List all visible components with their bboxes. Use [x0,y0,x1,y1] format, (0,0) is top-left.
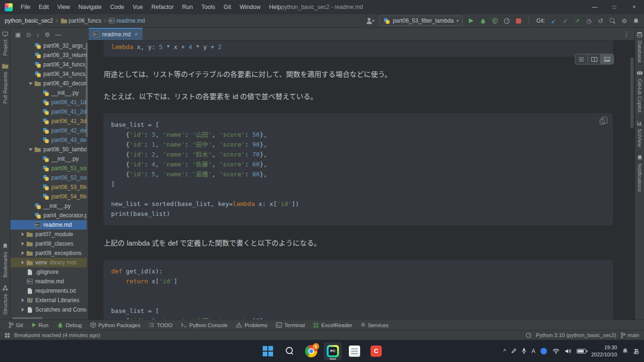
settings-button[interactable]: ⚙ [621,18,628,24]
tree-item-part07-module[interactable]: part07_module [10,230,87,239]
select-opened-file-button[interactable]: ⊙ [26,32,31,38]
menu-git[interactable]: Git [219,0,235,14]
tree-item-part06-40-decorator[interactable]: part06_40_decorator [10,79,87,88]
git-branch[interactable]: main [620,332,639,338]
expand-collapse-button[interactable]: ↕ [36,32,40,38]
maximize-button[interactable]: □ [604,0,624,14]
search-everywhere-button[interactable] [609,18,616,24]
tree-item-part06-52-sorted-no[interactable]: part06_52_sorted_no [10,173,87,182]
chrome-taskbar-icon[interactable]: 6 [302,342,320,360]
tree-item-init-py[interactable]: __init__.py [10,154,87,164]
menu-refactor[interactable]: Refactor [147,0,178,14]
tool-button-pull-requests[interactable]: Pull Requests [2,63,8,104]
chevron-collapsed-icon[interactable] [20,307,25,312]
python-interpreter[interactable]: Python 3.10 (python_basic_sec2) [536,332,616,338]
tree-item-part06-34-funcs-in[interactable]: part06_34_funcs_in_ [10,69,87,79]
chevron-collapsed-icon[interactable] [20,298,25,303]
menu-view[interactable]: View [53,0,74,14]
notepad-taskbar-icon[interactable] [346,342,363,360]
start-button[interactable] [259,342,277,360]
tree-item-init-py[interactable]: __init__.py [10,201,87,211]
menu-code[interactable]: Code [106,0,129,14]
tree-item-part06-34-funcs-in[interactable]: part06_34_funcs_in_ [10,60,87,69]
tree-item-part4-decorator-py[interactable]: part4_decorator.py [10,211,87,220]
tool-window-run[interactable]: Run [28,320,52,330]
tree-item-part09-exceptions[interactable]: part09_exceptions [10,248,87,258]
notification-bell-icon[interactable] [622,348,628,354]
tab-readme-md[interactable]: readme.md × [89,28,143,40]
tree-item-gitignore[interactable]: .gitignore [10,267,87,277]
stop-button[interactable] [515,18,522,24]
status-indicator-icon[interactable] [526,332,531,338]
menu-vue[interactable]: Vue [129,0,147,14]
menu-tools[interactable]: Tools [197,0,219,14]
hide-panel-button[interactable]: — [55,32,61,38]
tool-window-terminal[interactable]: Terminal [272,320,308,330]
tree-item-init-py[interactable]: __init__.py [10,88,87,98]
tool-button-sciview[interactable]: SciView [637,120,643,147]
run-button[interactable] [468,18,475,23]
taskbar-search-button[interactable] [281,342,298,360]
tool-button-project[interactable]: Project [2,32,8,56]
tool-button-github-copilot[interactable]: GitHub Copilot [636,70,643,113]
wifi-icon[interactable] [552,348,560,354]
history-button[interactable]: ◷ [586,18,592,24]
breadcrumb-readme-md[interactable]: readme.md [109,17,145,24]
chevron-collapsed-icon[interactable] [20,251,25,255]
tool-window-git[interactable]: Git [5,320,27,330]
editor-scrollbar[interactable] [630,58,634,128]
user-avatar-icon[interactable]: ▾ [366,18,375,24]
tree-item-part06-33-return-fu[interactable]: part06_33_return_fu [10,50,87,60]
tool-window-todo[interactable]: TODO [145,320,176,330]
tree-item-part06-51-sorted-la[interactable]: part06_51_sorted_la [10,164,87,173]
view-options-button[interactable]: ▣ [15,32,21,38]
tool-window-excelreader[interactable]: ExcelReader [309,320,356,330]
tool-button-notifications[interactable]: Notifications [637,155,643,192]
taskbar-clock[interactable]: 19:30 2022/10/10 [591,344,617,358]
copy-code-button[interactable] [600,119,604,124]
menu-window[interactable]: Window [235,0,265,14]
chevron-collapsed-icon[interactable] [20,260,25,265]
tool-button-bookmarks[interactable]: Bookmarks [2,243,8,278]
rollback-button[interactable]: ↺ [597,18,604,24]
ime-mode-ja[interactable]: あ [633,346,639,355]
show-editor-and-preview-button[interactable] [588,54,601,64]
tool-window-problems[interactable]: Problems [232,320,271,330]
tree-item-part06-41-1deco-de[interactable]: part06_41_1deco_de [10,98,87,107]
show-preview-only-button[interactable] [601,54,613,64]
tree-item-part06-42-deco-den[interactable]: part06_42_deco_den [10,126,87,135]
tree-item-readme-md[interactable]: readme.md [10,220,87,230]
tree-item-readme-md[interactable]: readme.md [10,277,87,286]
tree-item-part06-50-lambda[interactable]: part06_50_lambda [10,145,87,154]
tree-item-part08-classes[interactable]: part08_classes [10,239,87,248]
tree-item-scratches-and-consoles[interactable]: Scratches and Consoles [10,305,87,314]
show-editor-only-button[interactable] [575,54,588,64]
chevron-collapsed-icon[interactable] [20,232,25,237]
pen-icon[interactable] [511,348,516,354]
menu-file[interactable]: File [16,0,34,14]
menu-run[interactable]: Run [178,0,197,14]
editor-options-icon[interactable]: ⋮ [619,30,635,38]
breadcrumb-python-basic-sec2[interactable]: python_basic_sec2 [5,17,53,24]
tree-item-part06-53-filter-lam[interactable]: part06_53_filter_lam [10,182,87,192]
tree-item-part06-43-deco-den[interactable]: part06_43_deco_den [10,135,87,145]
tree-item-part06-32-args-are-t[interactable]: part06_32_args_are_t [10,41,87,50]
menu-navigate[interactable]: Navigate [74,0,106,14]
chevron-expanded-icon[interactable] [28,147,33,152]
tree-item-part06-54-filter-non[interactable]: part06_54_filter_non [10,192,87,201]
project-vertical-scrollbar[interactable] [86,43,88,137]
minimize-button[interactable]: — [585,0,604,14]
run-with-coverage-button[interactable] [491,18,498,24]
run-config-selector[interactable]: part06_53_filter_lambda ▾ [379,16,463,26]
mic-icon[interactable] [522,348,526,354]
tool-button-structure[interactable]: Structure [2,285,8,315]
notifications-button[interactable] [633,18,639,24]
tree-item-external-libraries[interactable]: External Libraries [10,296,87,305]
tool-window-python-packages[interactable]: Python Packages [87,320,145,330]
volume-icon[interactable] [565,348,572,354]
tree-item-part06-41-2deco-de[interactable]: part06_41_2deco_de [10,107,87,116]
menu-edit[interactable]: Edit [34,0,53,14]
tray-blue-app-icon[interactable] [540,348,547,354]
close-button[interactable]: × [624,0,644,14]
git-commit-button[interactable]: ✓ [562,18,569,24]
